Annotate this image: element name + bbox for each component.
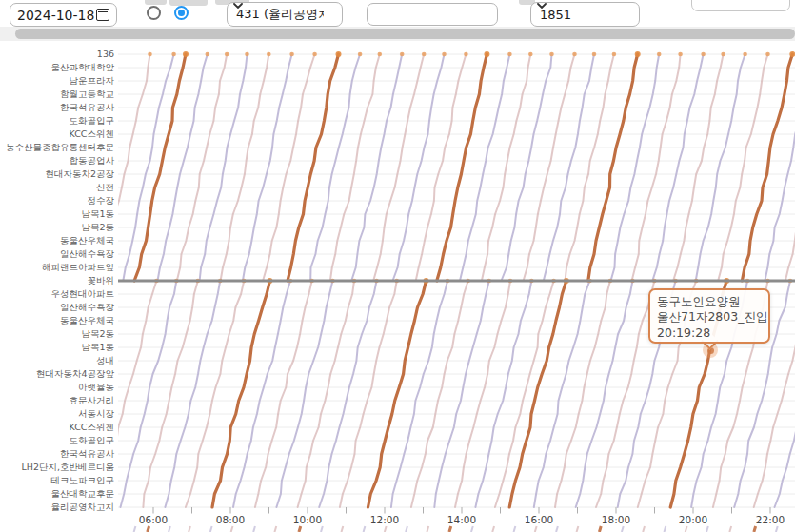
next-section-line-fragment: [514, 526, 516, 532]
trip-line[interactable]: [502, 54, 552, 281]
trip-end-dot: [678, 52, 683, 57]
trip-line[interactable]: [263, 54, 315, 281]
trip-line[interactable]: [718, 54, 767, 281]
trip-line[interactable]: [742, 54, 792, 281]
station-label: 도화골입구: [2, 435, 114, 446]
trip-line[interactable]: [288, 54, 339, 281]
time-axis-label: 18:00: [595, 514, 637, 525]
station-label: 남목1동: [2, 208, 114, 220]
trip-line[interactable]: [393, 54, 445, 281]
station-label: 농수산물종합유통센터후문: [2, 142, 114, 153]
next-section-line-fragment: [427, 526, 428, 532]
next-section-line-fragment: [449, 526, 451, 532]
station-label: 일산해수욕장: [2, 248, 114, 260]
trip-line[interactable]: [544, 54, 594, 281]
trip-line[interactable]: [611, 54, 660, 281]
next-section-line-fragment: [341, 526, 343, 532]
trip-line[interactable]: [165, 281, 220, 507]
trip-line[interactable]: [319, 281, 376, 507]
trip-end-dot: [336, 51, 342, 57]
station-label: 136: [2, 49, 114, 60]
trip-end-dot: [507, 52, 512, 57]
trip-line[interactable]: [310, 54, 360, 281]
next-section-line-fragment: [169, 526, 170, 532]
trip-end-dot: [400, 52, 405, 57]
trip-line[interactable]: [416, 54, 467, 281]
station-label: 해피랜드아파트앞: [2, 262, 114, 273]
trip-line[interactable]: [482, 54, 530, 281]
time-axis-label: 10:00: [287, 514, 328, 525]
trip-line[interactable]: [243, 54, 292, 281]
next-section-line-fragment: [148, 526, 149, 532]
trip-line[interactable]: [200, 54, 248, 281]
time-axis-label: 22:00: [749, 514, 791, 525]
trip-line[interactable]: [673, 54, 724, 281]
trip-line[interactable]: [134, 54, 186, 281]
trip-end-dot: [657, 52, 662, 57]
trip-end-dot: [743, 52, 747, 57]
trip-line[interactable]: [121, 281, 177, 507]
trip-line[interactable]: [460, 54, 509, 281]
trip-line[interactable]: [455, 281, 510, 507]
trip-line[interactable]: [221, 54, 269, 281]
trip-line[interactable]: [509, 281, 566, 507]
trip-line[interactable]: [373, 54, 424, 281]
trip-line[interactable]: [534, 281, 590, 507]
next-section-line-fragment: [577, 526, 579, 532]
trip-line[interactable]: [143, 281, 197, 507]
trip-line[interactable]: [276, 281, 332, 507]
next-section-line-fragment: [706, 526, 708, 532]
station-label: 동울산우체국: [2, 315, 114, 326]
tooltip-vehicle-event: 울산71자2803_진입: [657, 309, 762, 325]
trip-end-dot: [312, 52, 317, 57]
trip-line[interactable]: [696, 54, 745, 281]
station-label: 율리공영차고지: [2, 502, 114, 513]
station-label: LH2단지,호반베르디움: [2, 462, 114, 473]
trip-end-dot: [148, 52, 152, 57]
trip-line[interactable]: [330, 54, 380, 281]
trip-line[interactable]: [632, 54, 681, 281]
trip-line[interactable]: [434, 281, 488, 507]
station-label: 서동시장: [2, 408, 114, 420]
next-section-line-fragment: [299, 526, 301, 532]
trip-line[interactable]: [524, 54, 575, 281]
trip-line[interactable]: [775, 281, 795, 507]
trip-line[interactable]: [186, 281, 244, 507]
next-section-line-fragment: [274, 526, 276, 532]
next-section-line-fragment: [622, 526, 624, 532]
next-section-line-fragment: [321, 526, 323, 532]
trip-line[interactable]: [351, 54, 402, 281]
station-label: 성내: [2, 355, 114, 366]
tooltip-station: 동구노인요양원: [657, 294, 762, 309]
station-label: 우성현대아파트: [2, 288, 114, 300]
station-label: 도화골입구: [2, 115, 114, 127]
trip-end-dot: [358, 52, 363, 57]
time-axis-label: 16:00: [518, 514, 560, 525]
trip-end-dot: [422, 52, 427, 57]
station-label: 함월고등학교: [2, 89, 114, 100]
station-label: 정수장: [2, 195, 114, 207]
trip-end-dot: [572, 52, 577, 57]
station-label: 한국석유공사: [2, 448, 114, 460]
next-section-line-fragment: [599, 526, 601, 532]
next-section-line-fragment: [253, 526, 255, 532]
trip-line[interactable]: [588, 54, 638, 281]
station-label: 합동공업사: [2, 155, 114, 167]
station-label: 테크노파크입구: [2, 475, 114, 486]
trip-end-dot: [378, 52, 383, 57]
trip-line[interactable]: [123, 54, 173, 281]
time-axis-label: 20:00: [672, 514, 714, 525]
trip-line[interactable]: [765, 54, 795, 281]
next-section-line-fragment: [364, 526, 366, 532]
trip-end-dot: [701, 52, 706, 57]
trip-end-dot: [765, 52, 770, 57]
trip-end-dot: [442, 52, 447, 57]
trip-line[interactable]: [652, 54, 703, 281]
trip-line[interactable]: [437, 54, 487, 281]
trip-line[interactable]: [576, 281, 633, 507]
station-label: 효문사거리: [2, 395, 114, 406]
trip-line[interactable]: [555, 281, 610, 507]
trip-line[interactable]: [566, 54, 614, 281]
trip-end-dot: [267, 52, 271, 57]
trip-line[interactable]: [177, 54, 227, 281]
